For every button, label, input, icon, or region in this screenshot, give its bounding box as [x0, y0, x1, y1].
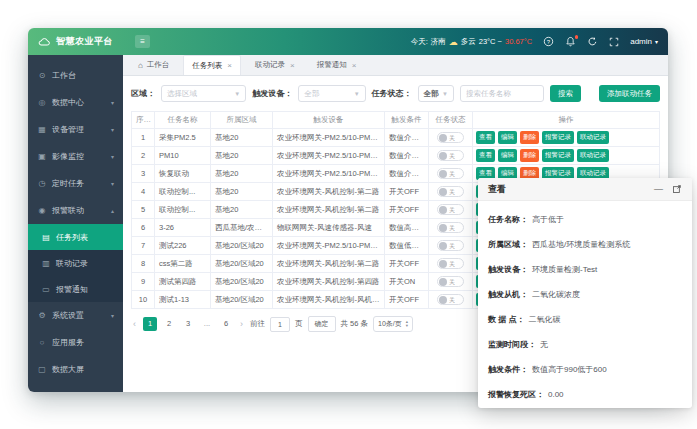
detail-field: 报警恢复死区：0.00: [488, 382, 682, 407]
sidebar-item-scheduled-tasks[interactable]: ◷定时任务▾: [28, 170, 123, 197]
sidebar-item-alarm-linkage[interactable]: ◉报警联动▴: [28, 197, 123, 224]
page-suffix-label: 页: [295, 319, 303, 329]
search-button[interactable]: 搜索: [550, 85, 581, 102]
cell-device: 农业环境网关-风机控制-第二路: [273, 183, 385, 201]
confirm-button[interactable]: 确定: [308, 316, 336, 332]
column-header: 序号: [132, 112, 155, 129]
field-value: 数值高于990低于600: [532, 364, 607, 375]
cloud-service-icon: ○: [37, 338, 47, 347]
field-label: 任务名称：: [488, 214, 528, 225]
cell-task-name: 联动控制...: [155, 183, 211, 201]
page-size-select[interactable]: 10条/页▴▾: [373, 316, 413, 332]
tab-workbench[interactable]: ⌂工作台: [130, 55, 177, 75]
status-toggle[interactable]: 关: [437, 240, 464, 251]
sidebar-item-workbench[interactable]: ⊙工作台: [28, 62, 123, 89]
alarm-record-button[interactable]: 报警记录: [542, 131, 574, 144]
bell-icon[interactable]: [565, 36, 576, 47]
view-button[interactable]: 查看: [476, 131, 495, 144]
sidebar-item-device-management[interactable]: ▦设备管理▾: [28, 116, 123, 143]
sidebar-item-label: 设备管理: [52, 124, 84, 135]
sidebar-item-label: 报警联动: [52, 205, 84, 216]
sidebar-item-task-list[interactable]: ▤任务列表: [28, 224, 123, 250]
search-input[interactable]: [460, 85, 544, 102]
cell-status: 关: [429, 165, 473, 183]
tab-task-list[interactable]: 任务列表×: [183, 55, 241, 75]
hamburger-menu-icon[interactable]: ≡: [135, 35, 150, 48]
status-toggle[interactable]: 关: [437, 294, 464, 305]
sidebar-item-alarm-notice[interactable]: ▭报警通知: [28, 276, 123, 302]
tab-label: 任务列表: [192, 61, 222, 71]
next-page-button[interactable]: ›: [238, 319, 245, 329]
field-label: 触发设备：: [488, 264, 528, 275]
status-toggle[interactable]: 关: [437, 150, 464, 161]
mail-icon: ▭: [41, 285, 51, 294]
status-toggle[interactable]: 关: [437, 186, 464, 197]
status-toggle[interactable]: 关: [437, 222, 464, 233]
cell-region: 基地20/区域20: [211, 255, 273, 273]
cell-device: 农业环境网关-PM2.5/10-PM2.5: [273, 129, 385, 147]
detail-field: 触发条件：数值高于990低于600: [488, 357, 682, 382]
sidebar-item-system-settings[interactable]: ⚙系统设置▾: [28, 302, 123, 329]
sidebar-item-video-monitor[interactable]: ▣影像监控▾: [28, 143, 123, 170]
expand-icon[interactable]: [672, 184, 682, 194]
page-button[interactable]: 3: [181, 317, 195, 331]
help-icon[interactable]: ?: [543, 36, 554, 47]
field-label: 数 据 点：: [488, 314, 524, 325]
status-toggle[interactable]: 关: [437, 168, 464, 179]
cell-status: 关: [429, 147, 473, 165]
sidebar-item-app-services[interactable]: ○应用服务: [28, 329, 123, 356]
weather-condition: 多云: [461, 37, 476, 47]
close-icon[interactable]: ×: [227, 61, 232, 70]
close-icon[interactable]: ×: [352, 61, 357, 70]
cell-task-name: 3-26: [155, 219, 211, 237]
goto-page-input[interactable]: [270, 317, 290, 332]
refresh-icon[interactable]: [587, 36, 598, 47]
delete-button[interactable]: 删除: [520, 131, 539, 144]
add-linkage-task-button[interactable]: 添加联动任务: [599, 85, 660, 102]
toggle-off-label: 关: [449, 153, 455, 159]
status-toggle[interactable]: 关: [437, 132, 464, 143]
edit-button[interactable]: 编辑: [498, 149, 517, 162]
dashboard-icon: ⊙: [37, 71, 47, 80]
cell-device: 物联网网关-风速传感器-风速: [273, 219, 385, 237]
status-select[interactable]: 全部 ▼: [418, 85, 454, 102]
page-button[interactable]: 6: [219, 317, 233, 331]
status-toggle[interactable]: 关: [437, 204, 464, 215]
region-select[interactable]: 选择区域 ▼: [161, 85, 246, 102]
cell-condition: 开关ON: [385, 273, 429, 291]
close-icon[interactable]: ×: [290, 61, 295, 70]
device-icon: ▦: [37, 125, 47, 134]
weather-prefix: 今天:: [411, 37, 428, 47]
sidebar-item-label: 数据大屏: [52, 364, 84, 375]
tab-linkage-records[interactable]: 联动记录×: [247, 55, 303, 75]
sidebar-item-data-center[interactable]: ◎数据中心▾: [28, 89, 123, 116]
sidebar-item-data-screen[interactable]: ▢数据大屏: [28, 356, 123, 383]
cell-condition: 开关OFF: [385, 255, 429, 273]
status-toggle[interactable]: 关: [437, 258, 464, 269]
toggle-off-label: 关: [449, 297, 455, 303]
linkage-record-button[interactable]: 联动记录: [577, 131, 609, 144]
toggle-knob: [439, 170, 447, 178]
linkage-record-button[interactable]: 联动记录: [577, 149, 609, 162]
status-toggle[interactable]: 关: [437, 276, 464, 287]
prev-page-button[interactable]: ‹: [131, 319, 138, 329]
user-menu[interactable]: admin ▾: [630, 37, 658, 46]
home-icon: ⌂: [138, 61, 143, 70]
stepper-down-icon: ▾: [406, 324, 408, 328]
tab-alarm-notice[interactable]: 报警通知×: [309, 55, 365, 75]
edit-button[interactable]: 编辑: [498, 131, 517, 144]
username: admin: [630, 37, 652, 46]
sidebar-item-linkage-records[interactable]: ▥联动记录: [28, 250, 123, 276]
page-button[interactable]: 2: [162, 317, 176, 331]
delete-button[interactable]: 删除: [520, 149, 539, 162]
dialog-header[interactable]: 查看 —: [478, 178, 692, 201]
alarm-record-button[interactable]: 报警记录: [542, 149, 574, 162]
view-button[interactable]: 查看: [476, 149, 495, 162]
cell-task-name: 测试226: [155, 237, 211, 255]
minimize-icon[interactable]: —: [654, 185, 663, 194]
cell-condition: 开关OFF: [385, 183, 429, 201]
device-select[interactable]: 全部 ▼: [298, 85, 365, 102]
fullscreen-icon[interactable]: [609, 37, 619, 47]
chevron-down-icon: ▾: [655, 38, 658, 45]
page-button[interactable]: 1: [143, 317, 157, 331]
